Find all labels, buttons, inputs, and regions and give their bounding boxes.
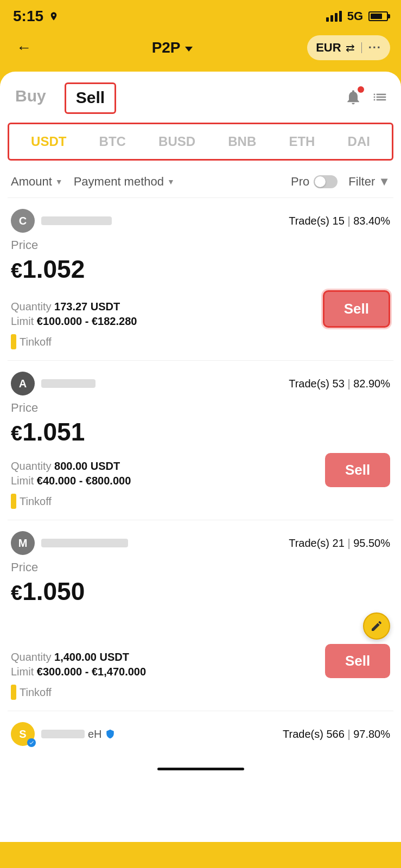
nav-right: EUR ⇄ ··· [307, 35, 390, 60]
tab-buy[interactable]: Buy [13, 82, 48, 114]
qty-line-1: Quantity 173.27 USDT [11, 301, 323, 313]
price-label-1: Price [11, 238, 390, 252]
edit-icon [370, 620, 383, 633]
currency-label: EUR [316, 41, 341, 55]
dropdown-arrow-icon [185, 47, 193, 52]
coin-tabs-wrapper: USDT BTC BUSD BNB ETH DAI [8, 123, 393, 161]
payment-method-2: Tinkoff [20, 495, 52, 508]
currency-selector[interactable]: EUR ⇄ ··· [307, 35, 390, 60]
nav-center[interactable]: P2P [152, 39, 193, 56]
page-title: P2P [152, 39, 181, 56]
payment-badge-3: Tinkoff [11, 685, 52, 700]
pro-toggle[interactable]: Pro [291, 175, 338, 189]
trade-header-4: S eH Trade(s) 566 | 97.80% [11, 722, 390, 746]
price-value-3: €1.050 [11, 577, 390, 606]
payment-badge-1: Tinkoff [11, 334, 52, 349]
payment-dot-icon-3 [11, 685, 16, 700]
filter-label: Filter [348, 175, 375, 189]
more-options-icon[interactable]: ··· [368, 41, 381, 55]
notification-badge [358, 86, 364, 93]
limit-line-2: Limit €40.000 - €800.000 [11, 475, 325, 487]
buy-sell-tabs: Buy Sell [13, 82, 116, 114]
price-currency-1: € [11, 259, 22, 282]
trade-header-2: A Trade(s) 53 | 82.90% [11, 372, 390, 395]
avatar-3: M [11, 531, 35, 555]
sell-button-2[interactable]: Sell [325, 453, 390, 487]
amount-label: Amount [11, 175, 52, 189]
tab-row: Buy Sell [0, 72, 401, 114]
divider [361, 42, 362, 53]
pro-toggle-thumb [315, 176, 326, 187]
trade-details-3: Quantity 1,400.00 USDT Limit €300.000 - … [11, 651, 325, 678]
trader-name-blur-2 [41, 379, 96, 388]
trade-stats-2: Trade(s) 53 | 82.90% [289, 378, 390, 390]
payment-method-1: Tinkoff [20, 336, 52, 348]
trade-header-1: C Trade(s) 15 | 83.40% [11, 209, 390, 233]
swap-icon: ⇄ [346, 41, 355, 54]
coin-tab-bnb[interactable]: BNB [224, 132, 260, 151]
status-bar: 5:15 5G [0, 0, 401, 29]
battery-icon [368, 11, 388, 21]
trader-info-4: S eH [11, 722, 115, 746]
top-nav: ← P2P EUR ⇄ ··· [0, 29, 401, 72]
coin-tab-usdt[interactable]: USDT [27, 132, 71, 151]
trader-name-blur-3 [41, 539, 128, 547]
trade-item-1: C Trade(s) 15 | 83.40% Price €1.052 Quan… [0, 198, 401, 360]
sell-button-1[interactable]: Sell [323, 290, 390, 328]
amount-dropdown-icon: ▼ [55, 177, 63, 186]
trade-body-2: Quantity 800.00 USDT Limit €40.000 - €80… [11, 453, 390, 487]
back-button[interactable]: ← [11, 35, 37, 61]
pro-label: Pro [291, 175, 309, 189]
filter-row: Amount ▼ Payment method ▼ Pro Filter ▼ [0, 169, 401, 197]
trade-item-3: M Trade(s) 21 | 95.50% Price €1.050 Quan… [0, 520, 401, 711]
tab-sell[interactable]: Sell [65, 82, 116, 114]
payment-dot-icon-1 [11, 334, 16, 349]
trade-stats-4: Trade(s) 566 | 97.80% [283, 728, 390, 741]
trade-details-1: Quantity 173.27 USDT Limit €100.000 - €1… [11, 301, 323, 328]
payment-method-3: Tinkoff [20, 686, 52, 699]
bottom-bar [0, 757, 401, 787]
back-arrow-icon: ← [16, 39, 31, 56]
main-content: Buy Sell USDT BTC BUSD [0, 72, 401, 842]
coin-tab-busd[interactable]: BUSD [154, 132, 200, 151]
payment-filter[interactable]: Payment method ▼ [74, 175, 175, 189]
trade-item-4-partial: S eH Trade(s) 566 | 97.80% [0, 711, 401, 757]
status-icons: 5G [326, 9, 388, 23]
trade-stats-1: Trade(s) 15 | 83.40% [289, 215, 390, 227]
price-value-2: €1.051 [11, 417, 390, 446]
list-view-icon[interactable] [372, 89, 388, 107]
payment-dot-icon-2 [11, 494, 16, 509]
trader-name-suffix-4: eH [88, 728, 102, 741]
pro-toggle-track[interactable] [314, 175, 338, 188]
filter-funnel-icon: ▼ [378, 175, 390, 189]
limit-line-3: Limit €300.000 - €1,470.000 [11, 666, 325, 678]
avatar-4: S [11, 722, 35, 746]
coin-tab-eth[interactable]: ETH [284, 132, 319, 151]
payment-label: Payment method [74, 175, 164, 189]
trade-details-2: Quantity 800.00 USDT Limit €40.000 - €80… [11, 460, 325, 487]
payment-dropdown-icon: ▼ [167, 177, 175, 186]
trader-info-2: A [11, 372, 96, 395]
coin-tab-btc[interactable]: BTC [95, 132, 130, 151]
notification-bell[interactable] [345, 88, 362, 108]
tab-icons [345, 88, 388, 108]
payment-badge-2: Tinkoff [11, 494, 52, 509]
network-type: 5G [347, 9, 363, 23]
status-time: 5:15 [13, 8, 59, 25]
coin-tabs: USDT BTC BUSD BNB ETH DAI [9, 124, 392, 159]
qty-line-3: Quantity 1,400.00 USDT [11, 651, 325, 663]
coin-tab-dai[interactable]: DAI [343, 132, 374, 151]
price-value-1: €1.052 [11, 254, 390, 284]
fab-button[interactable] [363, 612, 390, 640]
price-currency-3: € [11, 582, 22, 604]
filter-button[interactable]: Filter ▼ [348, 175, 390, 189]
sell-button-3[interactable]: Sell [325, 644, 390, 678]
signal-bars [326, 11, 342, 22]
amount-filter[interactable]: Amount ▼ [11, 175, 63, 189]
trader-info-3: M [11, 531, 128, 555]
verified-badge [27, 738, 36, 747]
trade-item-2: A Trade(s) 53 | 82.90% Price €1.051 Quan… [0, 361, 401, 520]
verified-icon-4 [105, 729, 115, 739]
trader-name-blur-1 [41, 216, 112, 225]
home-indicator [157, 768, 244, 770]
